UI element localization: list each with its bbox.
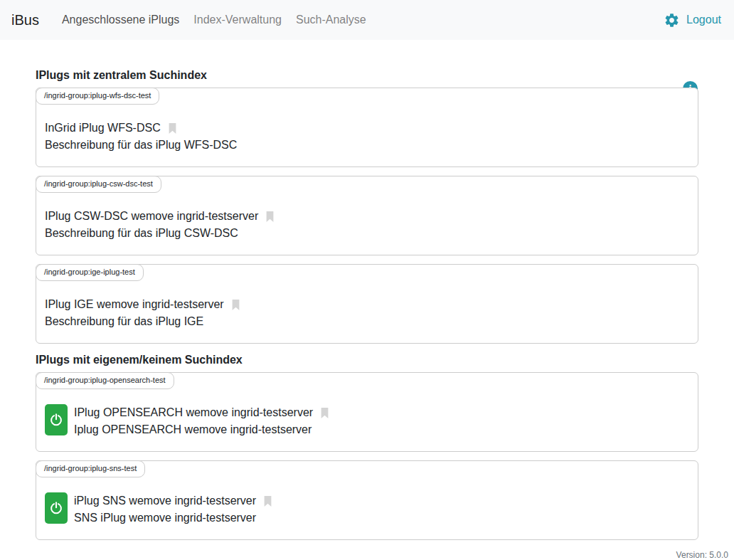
iplug-card-text: iPlug SNS wemove ingrid-testserver SNS i… (74, 492, 272, 527)
iplug-card-body: IPlug CSW-DSC wemove ingrid-testserver B… (45, 208, 686, 242)
iplug-card-text: IPlug CSW-DSC wemove ingrid-testserver B… (45, 208, 275, 242)
bookmark-icon[interactable] (231, 299, 240, 311)
iplug-card: /ingrid-group:iplug-sns-test iPlug SNS w… (36, 460, 698, 540)
iplug-description: Iplug OPENSEARCH wemove ingrid-testserve… (74, 421, 329, 438)
power-icon (49, 501, 63, 515)
iplug-id-badge: /ingrid-group:iplug-sns-test (36, 460, 145, 477)
iplug-title-row: iPlug SNS wemove ingrid-testserver (74, 492, 272, 509)
iplug-title-row: IPlug CSW-DSC wemove ingrid-testserver (45, 208, 275, 225)
iplug-title-row: InGrid iPlug WFS-DSC (45, 120, 237, 137)
iplug-title: InGrid iPlug WFS-DSC (45, 120, 161, 137)
iplug-id-badge: /ingrid-group:ige-iplug-test (36, 264, 144, 281)
navbar: iBus Angeschlossene iPlugs Index-Verwalt… (0, 0, 734, 40)
iplug-title: iPlug SNS wemove ingrid-testserver (74, 492, 256, 509)
iplug-id-badge: /ingrid-group:iplug-csw-dsc-test (36, 176, 161, 193)
iplug-card: /ingrid-group:iplug-csw-dsc-test IPlug C… (36, 176, 698, 255)
iplug-card: /ingrid-group:iplug-wfs-dsc-test InGrid … (36, 88, 698, 167)
power-icon (49, 413, 63, 427)
nav-right: Logout (664, 12, 723, 28)
card-list-own: /ingrid-group:iplug-opensearch-test IPlu… (36, 372, 698, 540)
power-toggle-button[interactable] (45, 492, 68, 524)
iplug-card-body: IPlug IGE wemove ingrid-testserver Besch… (45, 296, 686, 330)
settings-gear-icon[interactable] (664, 12, 680, 28)
card-list-central: /ingrid-group:iplug-wfs-dsc-test InGrid … (36, 88, 698, 344)
iplug-title: IPlug IGE wemove ingrid-testserver (45, 296, 224, 313)
section-central-index: IPlugs mit zentralem Suchindex /ingrid-g… (36, 68, 698, 344)
nav-item-such-analyse[interactable]: Such-Analyse (289, 9, 373, 31)
nav-links: Angeschlossene iPlugs Index-Verwaltung S… (55, 9, 373, 31)
iplug-title-row: IPlug IGE wemove ingrid-testserver (45, 296, 240, 313)
iplug-description: SNS iPlug wemove ingrid-testserver (74, 509, 272, 527)
iplug-card-body: IPlug OPENSEARCH wemove ingrid-testserve… (45, 404, 686, 438)
iplug-card-body: iPlug SNS wemove ingrid-testserver SNS i… (45, 492, 686, 527)
iplug-card: /ingrid-group:iplug-opensearch-test IPlu… (36, 372, 698, 452)
section-heading: IPlugs mit zentralem Suchindex (36, 68, 698, 82)
bookmark-icon[interactable] (263, 495, 272, 507)
iplug-description: Beschreibung für das iPlug CSW-DSC (45, 225, 275, 242)
iplug-card: /ingrid-group:ige-iplug-test IPlug IGE w… (36, 264, 698, 344)
nav-item-index-verwaltung[interactable]: Index-Verwaltung (186, 9, 289, 31)
iplug-title-row: IPlug OPENSEARCH wemove ingrid-testserve… (74, 404, 329, 421)
bookmark-icon[interactable] (168, 122, 177, 134)
iplug-title: IPlug OPENSEARCH wemove ingrid-testserve… (74, 404, 313, 421)
power-toggle-button[interactable] (45, 404, 68, 435)
iplug-card-text: IPlug IGE wemove ingrid-testserver Besch… (45, 296, 240, 330)
section-own-index: IPlugs mit eigenem/keinem Suchindex /ing… (36, 353, 698, 540)
iplug-title: IPlug CSW-DSC wemove ingrid-testserver (45, 208, 258, 225)
section-heading: IPlugs mit eigenem/keinem Suchindex (36, 353, 698, 366)
version-label: Version: 5.0.0 (0, 549, 734, 560)
main-content: i IPlugs mit zentralem Suchindex /ingrid… (36, 68, 698, 540)
iplug-id-badge: /ingrid-group:iplug-opensearch-test (36, 372, 174, 389)
bookmark-icon[interactable] (265, 211, 275, 223)
logout-link[interactable]: Logout (686, 14, 721, 26)
app-brand[interactable]: iBus (11, 12, 39, 28)
iplug-card-text: IPlug OPENSEARCH wemove ingrid-testserve… (74, 404, 329, 438)
iplug-description: Beschreibung für das iPlug IGE (45, 313, 240, 330)
iplug-card-text: InGrid iPlug WFS-DSC Beschreibung für da… (45, 120, 237, 154)
iplug-id-badge: /ingrid-group:iplug-wfs-dsc-test (36, 88, 159, 105)
iplug-card-body: InGrid iPlug WFS-DSC Beschreibung für da… (45, 120, 686, 154)
nav-item-angeschlossene-iplugs[interactable]: Angeschlossene iPlugs (55, 9, 186, 31)
iplug-description: Beschreibung für das iPlug WFS-DSC (45, 137, 237, 154)
bookmark-icon[interactable] (320, 407, 329, 419)
